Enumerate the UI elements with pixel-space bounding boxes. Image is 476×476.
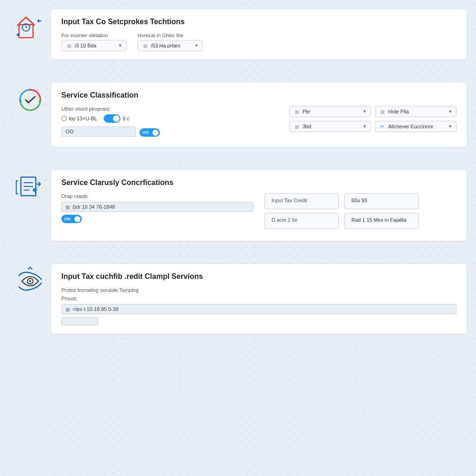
section1-title: Input Tax Co Setcprokes Techtions xyxy=(61,18,456,26)
s2s2-arrow: ▼ xyxy=(448,109,452,114)
input-bar-4-icon: ▦ xyxy=(66,307,70,312)
form-group-1: For esonter stelation ▦ i3 10 Bda ▼ xyxy=(61,33,126,51)
radio-option-1[interactable]: loy 13+U-BL xyxy=(61,116,97,121)
section4-content: Input Tax cuchfib .redit Clampl Servions… xyxy=(51,264,467,334)
select1-icon: ▦ xyxy=(66,42,72,49)
section2-row: Service Classification Uther olsed pirop… xyxy=(9,78,467,147)
toggle-bar-label: OO xyxy=(142,130,149,135)
select1[interactable]: ▦ i3 10 Bda ▼ xyxy=(61,40,126,51)
section1-form: For esonter stelation ▦ i3 10 Bda ▼ Hore… xyxy=(61,33,456,51)
section4-sub-label1: Protes tromaling seruiole Tamplog xyxy=(61,287,456,293)
section1-content: Input Tax Co Setcprokes Techtions For es… xyxy=(51,9,467,60)
select2-icon: ▦ xyxy=(142,42,148,49)
eye-curved-icon xyxy=(15,266,45,296)
input-bar-3[interactable]: ▦ ξidr 10 34 76-1848 xyxy=(61,202,253,212)
toggle-bar-thumb xyxy=(152,130,159,136)
input-bar-4[interactable]: ▦ <tex t 10-18.85 0-38 xyxy=(61,304,456,314)
toggle-bar-3-thumb xyxy=(74,216,80,222)
section2-select1[interactable]: ▦ Ple ▼ xyxy=(289,106,371,117)
section3-toggle-row: ON xyxy=(61,215,253,223)
input-bar-1-text: OO xyxy=(66,129,132,134)
house-clock-icon xyxy=(15,12,45,41)
info-box-2: 60u 93 xyxy=(344,193,419,209)
info-box-3: D acte 2 6e xyxy=(264,213,339,229)
section2-select3[interactable]: ▦ 3bd ▼ xyxy=(289,121,371,132)
select2-arrow: ▼ xyxy=(194,43,198,48)
input-toggle-row: OO OO xyxy=(61,126,278,139)
section3-content: Service Clarusly Concrfications Orap rsl… xyxy=(51,170,467,241)
toggle-thumb xyxy=(113,115,119,122)
section4-title: Input Tax cuchfib .redit Clampl Servions xyxy=(61,272,456,281)
s2s2-icon: ▦ xyxy=(379,108,385,115)
s2s3-arrow: ▼ xyxy=(363,124,367,129)
input-bar-4-text: <tex t 10-18.85 0-38 xyxy=(73,306,452,312)
s2s4-text: Allchever Euccinore xyxy=(388,124,445,129)
form-group-2: Horecal in Ghter the ▦ i53 Ha prtam ▼ xyxy=(138,33,203,51)
section2-sub-label: Uther olsed piroprant: xyxy=(61,106,278,112)
section2-content: Service Classification Uther olsed pirop… xyxy=(51,83,467,147)
section4-row: Input Tax cuchfib .redit Clampl Servions… xyxy=(9,259,467,334)
svg-point-10 xyxy=(29,280,31,282)
toggle-label: 9 c xyxy=(123,116,130,121)
input-bar-3-text: ξidr 10 34 76-1848 xyxy=(73,204,249,210)
input-bar-1[interactable]: OO xyxy=(61,126,136,137)
info-box-4: Rad 1 15 Mex in Fajailla xyxy=(344,213,419,229)
section2-select2[interactable]: ▦ Hnte Pila ▼ xyxy=(375,106,456,117)
radio1-label: loy 13+U-BL xyxy=(69,116,97,121)
section1-icon-area xyxy=(9,9,51,41)
section4-sub-label2: Proust: xyxy=(61,296,456,301)
section4-icon-area xyxy=(9,264,51,296)
section3-sub-label: Orap rslads xyxy=(61,193,253,199)
section3-layout: Orap rslads ▦ ξidr 10 34 76-1848 ON xyxy=(61,193,456,232)
s2s2-text: Hnte Pila xyxy=(388,109,445,114)
section3-icon-area xyxy=(9,170,51,202)
s2s4-arrow: ▼ xyxy=(448,124,452,129)
section1-row: Input Tax Co Setcprokes Techtions For es… xyxy=(9,5,467,60)
s2s3-text: 3bd xyxy=(303,124,360,129)
refresh-check-icon xyxy=(15,85,45,115)
info-row-1: Input Tax Credit 60u 93 xyxy=(264,193,456,209)
info-box-1-label: Input Tax Credit xyxy=(271,198,332,203)
select2[interactable]: ▦ i53 Ha prtam ▼ xyxy=(138,40,203,51)
toggle-bar-1[interactable]: OO xyxy=(139,128,160,137)
section3-title: Service Clarusly Concrfications xyxy=(61,178,456,187)
label1: For esonter stelation xyxy=(61,33,126,38)
info-box-3-label: D acte 2 6e xyxy=(271,217,332,223)
section2-layout: Uther olsed piroprant: loy 13+U-BL 9 c xyxy=(61,106,456,139)
section2-left: Uther olsed piroprant: loy 13+U-BL 9 c xyxy=(61,106,278,139)
select1-arrow: ▼ xyxy=(118,43,122,48)
info-row-2: D acte 2 6e Rad 1 15 Mex in Fajailla xyxy=(264,213,456,229)
section2-right: ▦ Ple ▼ ▦ Hnte Pila ▼ ▦ 3bd ▼ xyxy=(289,106,456,132)
s2s1-text: Ple xyxy=(303,109,360,114)
section3-left: Orap rslads ▦ ξidr 10 34 76-1848 ON xyxy=(61,193,253,223)
info-box-4-value: Rad 1 15 Mex in Fajailla xyxy=(351,217,412,223)
s2s1-icon: ▦ xyxy=(293,108,300,115)
section2-select4[interactable]: ⟳ Allchever Euccinore ▼ xyxy=(375,121,456,132)
toggle-track xyxy=(104,114,120,123)
select1-text: i3 10 Bda xyxy=(75,43,115,48)
input-bar-3-icon: ▦ xyxy=(66,205,70,210)
section4-extra-bar[interactable] xyxy=(61,317,99,325)
s2s1-arrow: ▼ xyxy=(363,109,367,114)
section3-right: Input Tax Credit 60u 93 D acte 2 6e Rad … xyxy=(264,193,456,232)
page-container: Input Tax Co Setcprokes Techtions For es… xyxy=(0,0,476,357)
label2: Horecal in Ghter the xyxy=(138,33,203,38)
section2-icon-area xyxy=(9,83,51,115)
toggle-bar-3-label: ON xyxy=(64,217,71,221)
s2s4-icon: ⟳ xyxy=(379,123,385,130)
toggle-switch-1[interactable]: 9 c xyxy=(104,114,130,123)
toggle-bar-3[interactable]: ON xyxy=(61,215,82,223)
select2-text: i53 Ha prtam xyxy=(151,43,192,48)
info-box-2-value: 60u 93 xyxy=(351,198,412,203)
section3-row: Service Clarusly Concrfications Orap rsl… xyxy=(9,165,467,241)
section2-title: Service Classification xyxy=(61,91,456,99)
info-box-1: Input Tax Credit xyxy=(264,193,339,209)
document-arrows-icon xyxy=(15,172,45,202)
radio1-circle xyxy=(61,116,67,121)
s2s3-icon: ▦ xyxy=(293,123,300,130)
section2-toggle-row: loy 13+U-BL 9 c xyxy=(61,114,278,123)
